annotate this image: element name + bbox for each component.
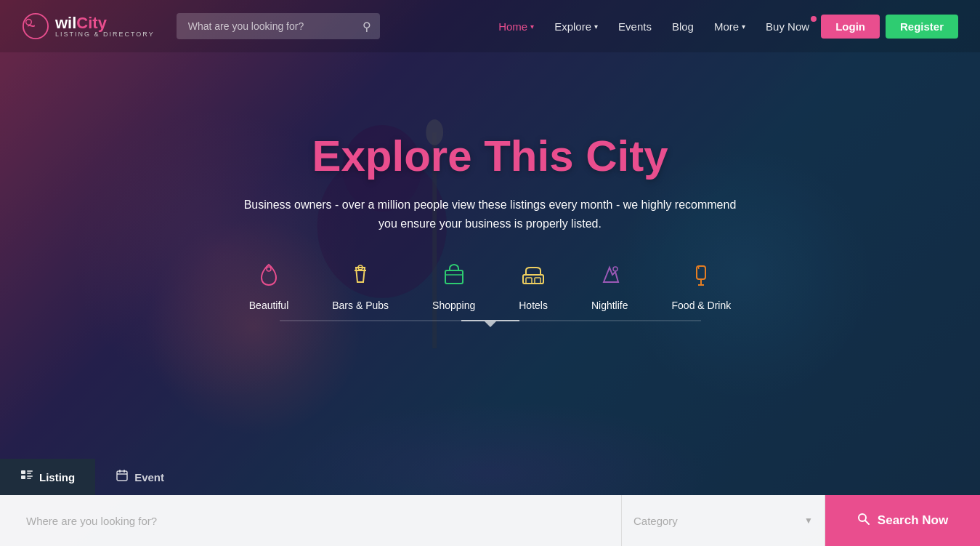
nav-register[interactable]: Register (883, 15, 958, 39)
nav-blog[interactable]: Blog (663, 15, 702, 39)
hotels-icon (520, 262, 546, 292)
hero-title: Explore This City (0, 131, 980, 181)
chevron-down-icon: ▾ (594, 23, 598, 31)
hero-subtitle: Business owners - over a million people … (243, 196, 737, 233)
svg-rect-13 (535, 278, 540, 284)
beautiful-icon (256, 262, 282, 292)
category-underline-row (0, 320, 980, 321)
category-shopping[interactable]: Shopping (432, 262, 475, 311)
chevron-down-icon: ▾ (530, 23, 534, 31)
nav-login[interactable]: Login (821, 15, 880, 39)
caret-icon (485, 321, 496, 327)
svg-rect-18 (27, 473, 31, 474)
navbar: ~ wilCity LISTING & DIRECTORY ⚲ Home ▾ E… (0, 0, 980, 52)
category-nightlife-label: Nightlife (591, 300, 628, 311)
svg-rect-16 (21, 470, 25, 474)
svg-rect-9 (445, 270, 463, 284)
food-icon (688, 262, 714, 292)
svg-rect-21 (27, 478, 31, 479)
category-select[interactable]: Category All Categories Beautiful Bars &… (633, 515, 798, 527)
tab-listing-label: Listing (39, 471, 75, 483)
listing-icon (20, 469, 33, 485)
tabs-row: Listing Event (0, 459, 980, 495)
category-beautiful-label: Beautiful (249, 300, 288, 311)
chevron-down-icon: ▾ (742, 23, 745, 31)
category-dropdown-wrap: Category All Categories Beautiful Bars &… (622, 495, 825, 546)
dropdown-arrow-icon: ▼ (804, 515, 813, 526)
logo-tagline: LISTING & DIRECTORY (55, 31, 155, 38)
tab-event-label: Event (134, 471, 164, 483)
svg-rect-12 (526, 278, 532, 284)
category-beautiful[interactable]: Beautiful (249, 262, 288, 311)
nightlife-icon (596, 262, 623, 292)
notification-dot (811, 16, 817, 22)
nav-home[interactable]: Home ▾ (490, 15, 543, 39)
search-icon: ⚲ (363, 20, 371, 33)
svg-rect-19 (21, 475, 25, 479)
location-input[interactable] (15, 495, 622, 546)
svg-point-7 (267, 267, 271, 271)
logo-brand: wilCity (55, 15, 155, 31)
search-btn-icon (857, 513, 870, 529)
logo[interactable]: ~ wilCity LISTING & DIRECTORY (22, 12, 155, 40)
nav-explore[interactable]: Explore ▾ (546, 15, 607, 39)
search-now-button[interactable]: Search Now (825, 495, 980, 546)
category-nightlife[interactable]: Nightlife (591, 262, 628, 311)
svg-rect-22 (117, 471, 127, 481)
category-shopping-label: Shopping (432, 300, 475, 311)
svg-rect-20 (27, 475, 33, 477)
category-underline (280, 320, 701, 321)
search-row: Category All Categories Beautiful Bars &… (0, 495, 980, 546)
logo-icon: ~ (22, 12, 49, 40)
search-btn-label: Search Now (878, 513, 948, 528)
bottom-bar: Listing Event Category All Categories (0, 459, 980, 546)
categories-row: Beautiful Bars & Pubs (0, 262, 980, 311)
tab-listing[interactable]: Listing (0, 459, 95, 495)
category-food[interactable]: Food & Drink (672, 262, 732, 311)
nav-more[interactable]: More ▾ (705, 15, 754, 39)
bars-icon (347, 262, 373, 292)
navbar-search-input[interactable] (177, 13, 380, 39)
svg-point-14 (613, 267, 617, 271)
tab-event[interactable]: Event (95, 459, 185, 495)
nav-events[interactable]: Events (610, 15, 660, 39)
event-icon (116, 469, 129, 485)
shopping-icon (441, 262, 467, 292)
hero-section: Explore This City Business owners - over… (0, 0, 980, 546)
category-bars[interactable]: Bars & Pubs (332, 262, 389, 311)
nav-buynow[interactable]: Buy Now (757, 15, 818, 39)
nav-links: Home ▾ Explore ▾ Events Blog More ▾ (490, 15, 958, 39)
category-bars-label: Bars & Pubs (332, 300, 389, 311)
svg-rect-17 (27, 470, 33, 472)
category-hotels[interactable]: Hotels (519, 262, 548, 311)
category-food-label: Food & Drink (672, 300, 732, 311)
navbar-search: ⚲ (177, 13, 380, 39)
category-hotels-label: Hotels (519, 300, 548, 311)
